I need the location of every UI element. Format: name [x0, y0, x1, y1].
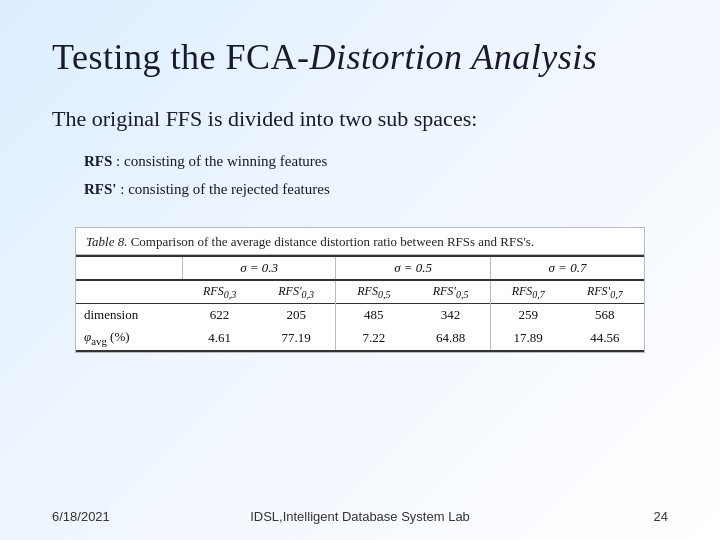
sigma-07-header: σ = 0.7 — [490, 256, 644, 280]
bullet-text-1: : consisting of the winning features — [112, 153, 327, 169]
comparison-table: σ = 0.3 σ = 0.5 σ = 0.7 RFS0,3 RFS'0,3 R… — [76, 255, 644, 352]
dim-rfs07: 259 — [490, 304, 565, 327]
rfs07p-header: RFS'0,7 — [566, 280, 644, 304]
slide: Testing the FCA-Distortion Analysis The … — [0, 0, 720, 540]
sigma-05-header: σ = 0.5 — [336, 256, 490, 280]
slide-title: Testing the FCA-Distortion Analysis — [52, 36, 668, 78]
bullet-text-2: : consisting of the rejected features — [117, 181, 330, 197]
phi-rfs07p: 44.56 — [566, 326, 644, 351]
table-caption-text: Comparison of the average distance disto… — [131, 234, 534, 249]
phi-rfs05p: 64.88 — [411, 326, 490, 351]
bullet-label-2: RFS' — [84, 181, 117, 197]
dim-rfs03: 622 — [182, 304, 257, 327]
table-caption: Table 8. Comparison of the average dista… — [76, 228, 644, 255]
dim-rfs07p: 568 — [566, 304, 644, 327]
bullet-item-1: RFS : consisting of the winning features — [84, 150, 668, 173]
rfs03-header: RFS0,3 — [182, 280, 257, 304]
bullet-list: RFS : consisting of the winning features… — [84, 150, 668, 205]
rfs07-header: RFS0,7 — [490, 280, 565, 304]
title-part2: Distortion Analysis — [309, 37, 597, 77]
footer-center: IDSL,Intelligent Database System Lab — [250, 509, 470, 524]
dim-rfs05: 485 — [336, 304, 411, 327]
subheader-row: RFS0,3 RFS'0,3 RFS0,5 RFS'0,5 RFS0,7 RFS… — [76, 280, 644, 304]
rfs03p-header: RFS'0,3 — [257, 280, 336, 304]
phi-rfs03p: 77.19 — [257, 326, 336, 351]
data-table: Table 8. Comparison of the average dista… — [75, 227, 645, 353]
empty-subheader — [76, 280, 182, 304]
rfs05p-header: RFS'0,5 — [411, 280, 490, 304]
sigma-03-header: σ = 0.3 — [182, 256, 336, 280]
phi-rfs03: 4.61 — [182, 326, 257, 351]
phi-label: φavg (%) — [76, 326, 182, 351]
table-body: dimension 622 205 485 342 259 568 φavg (… — [76, 304, 644, 351]
footer-date: 6/18/2021 — [52, 509, 110, 524]
table-number: Table 8. — [86, 234, 127, 249]
table-row-dimension: dimension 622 205 485 342 259 568 — [76, 304, 644, 327]
slide-subtitle: The original FFS is divided into two sub… — [52, 106, 668, 132]
dim-rfs05p: 342 — [411, 304, 490, 327]
bullet-label-1: RFS — [84, 153, 112, 169]
sigma-header-row: σ = 0.3 σ = 0.5 σ = 0.7 — [76, 256, 644, 280]
phi-rfs05: 7.22 — [336, 326, 411, 351]
empty-header — [76, 256, 182, 280]
bullet-item-2: RFS' : consisting of the rejected featur… — [84, 178, 668, 201]
dimension-label: dimension — [76, 304, 182, 327]
title-part1: Testing the FCA- — [52, 37, 309, 77]
table-row-phi: φavg (%) 4.61 77.19 7.22 64.88 17.89 44.… — [76, 326, 644, 351]
rfs05-header: RFS0,5 — [336, 280, 411, 304]
dim-rfs03p: 205 — [257, 304, 336, 327]
footer-page: 24 — [654, 509, 668, 524]
phi-rfs07: 17.89 — [490, 326, 565, 351]
